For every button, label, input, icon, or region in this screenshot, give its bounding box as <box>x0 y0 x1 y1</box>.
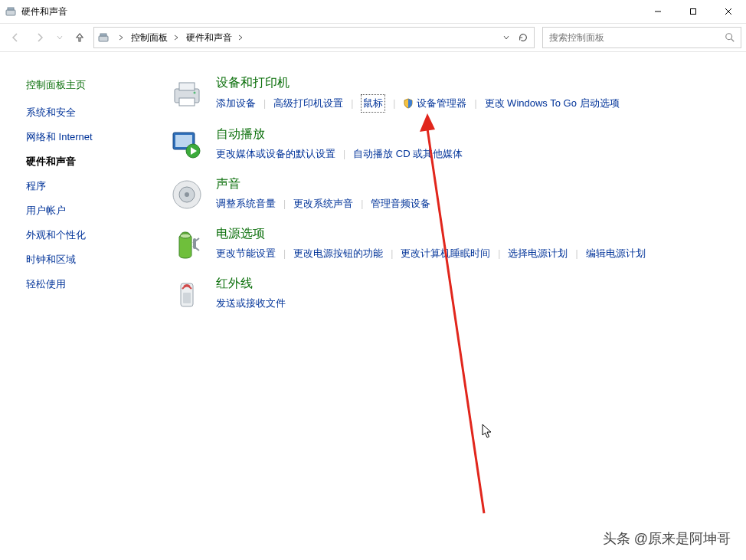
address-bar[interactable]: 控制面板 硬件和声音 <box>93 27 535 48</box>
svg-rect-11 <box>179 83 195 90</box>
svg-rect-3 <box>691 9 696 15</box>
category-title-sound[interactable]: 声音 <box>216 176 746 192</box>
window-title: 硬件和声音 <box>21 5 67 18</box>
svg-line-9 <box>731 39 735 42</box>
sidebar-item-appearance[interactable]: 外观和个性化 <box>26 228 158 242</box>
sidebar-heading[interactable]: 控制面板主页 <box>26 78 158 92</box>
window-controls <box>640 0 746 23</box>
shield-icon <box>403 98 414 109</box>
history-dropdown[interactable] <box>54 27 66 48</box>
breadcrumb-current[interactable]: 硬件和声音 <box>186 31 246 44</box>
category-title-devices[interactable]: 设备和打印机 <box>216 75 746 91</box>
address-dropdown[interactable] <box>500 31 512 44</box>
link-send-receive-files[interactable]: 发送或接收文件 <box>216 295 286 312</box>
link-power-button-action[interactable]: 更改电源按钮的功能 <box>293 245 383 262</box>
category-title-autoplay[interactable]: 自动播放 <box>216 126 746 142</box>
category-title-infrared[interactable]: 红外线 <box>216 276 746 292</box>
link-manage-audio-devices[interactable]: 管理音频设备 <box>371 195 430 212</box>
link-advanced-printer[interactable]: 高级打印机设置 <box>273 95 343 112</box>
search-input[interactable] <box>548 31 724 44</box>
link-select-power-plan[interactable]: 选择电源计划 <box>508 245 568 262</box>
search-box[interactable] <box>542 27 741 48</box>
sidebar-item-ease-of-access[interactable]: 轻松使用 <box>26 277 158 291</box>
breadcrumb-root-label: 控制面板 <box>131 31 168 44</box>
svg-rect-7 <box>100 34 106 36</box>
sidebar: 控制面板主页 系统和安全 网络和 Internet 硬件和声音 程序 用户帐户 … <box>0 52 170 560</box>
category-sound: 声音 调整系统音量 | 更改系统声音 | 管理音频设备 <box>170 176 746 212</box>
link-system-volume[interactable]: 调整系统音量 <box>216 195 276 212</box>
sidebar-item-network[interactable]: 网络和 Internet <box>26 130 158 144</box>
battery-icon <box>170 228 204 261</box>
up-button[interactable] <box>69 27 90 48</box>
svg-point-21 <box>180 234 191 238</box>
breadcrumb-root[interactable]: 控制面板 <box>131 31 182 44</box>
svg-point-19 <box>185 192 189 197</box>
sidebar-item-user-accounts[interactable]: 用户帐户 <box>26 204 158 218</box>
category-devices-printers: 设备和打印机 添加设备 | 高级打印机设置 | 鼠标 | <box>170 75 746 113</box>
cursor-icon <box>482 424 494 441</box>
maximize-button[interactable] <box>676 0 711 23</box>
svg-point-8 <box>726 34 732 40</box>
autoplay-icon <box>170 128 204 162</box>
breadcrumb-current-label: 硬件和声音 <box>186 31 232 44</box>
chevron-right-icon <box>235 32 246 43</box>
printer-icon <box>170 77 204 110</box>
link-device-manager[interactable]: 设备管理器 <box>403 95 466 112</box>
chevron-right-icon <box>116 32 126 43</box>
sidebar-item-hardware-sound[interactable]: 硬件和声音 <box>26 155 158 169</box>
refresh-button[interactable] <box>517 31 529 44</box>
location-icon <box>97 31 110 44</box>
svg-point-13 <box>194 92 196 94</box>
navbar: 控制面板 硬件和声音 <box>0 23 746 52</box>
link-energy-settings[interactable]: 更改节能设置 <box>216 245 276 262</box>
infrared-icon <box>170 277 204 311</box>
sidebar-item-system-security[interactable]: 系统和安全 <box>26 106 158 120</box>
sidebar-item-programs[interactable]: 程序 <box>26 179 158 193</box>
link-sleep-time[interactable]: 更改计算机睡眠时间 <box>401 245 490 262</box>
link-edit-power-plan[interactable]: 编辑电源计划 <box>586 245 646 262</box>
category-title-power[interactable]: 电源选项 <box>216 226 746 242</box>
speaker-icon <box>170 178 204 211</box>
minimize-button[interactable] <box>640 0 676 23</box>
close-button[interactable] <box>711 0 746 23</box>
link-autoplay-cd[interactable]: 自动播放 CD 或其他媒体 <box>353 146 463 162</box>
link-change-media-defaults[interactable]: 更改媒体或设备的默认设置 <box>216 146 335 162</box>
back-button[interactable] <box>5 27 26 48</box>
svg-rect-23 <box>183 293 191 303</box>
svg-rect-0 <box>6 10 15 15</box>
link-device-manager-label: 设备管理器 <box>417 95 466 112</box>
main-content: 设备和打印机 添加设备 | 高级打印机设置 | 鼠标 | <box>170 52 746 560</box>
svg-rect-6 <box>99 36 108 41</box>
link-mouse[interactable]: 鼠标 <box>361 94 385 113</box>
link-add-device[interactable]: 添加设备 <box>216 95 256 112</box>
svg-rect-12 <box>179 98 195 106</box>
link-windows-to-go[interactable]: 更改 Windows To Go 启动选项 <box>485 95 620 112</box>
breadcrumb-chevron-root[interactable] <box>114 32 126 43</box>
control-panel-icon <box>5 5 17 18</box>
svg-rect-1 <box>8 8 14 10</box>
link-change-system-sounds[interactable]: 更改系统声音 <box>293 195 353 212</box>
category-autoplay: 自动播放 更改媒体或设备的默认设置 | 自动播放 CD 或其他媒体 <box>170 126 746 162</box>
category-power: 电源选项 更改节能设置 | 更改电源按钮的功能 | 更改计算机睡眠时间 | 选择… <box>170 226 746 262</box>
category-infrared: 红外线 发送或接收文件 <box>170 276 746 312</box>
titlebar: 硬件和声音 <box>0 0 746 23</box>
search-icon[interactable] <box>724 31 736 44</box>
chevron-right-icon <box>171 32 182 43</box>
forward-button[interactable] <box>29 27 51 48</box>
watermark: 头条 @原来是阿坤哥 <box>603 529 731 548</box>
sidebar-item-clock-region[interactable]: 时钟和区域 <box>26 253 158 267</box>
